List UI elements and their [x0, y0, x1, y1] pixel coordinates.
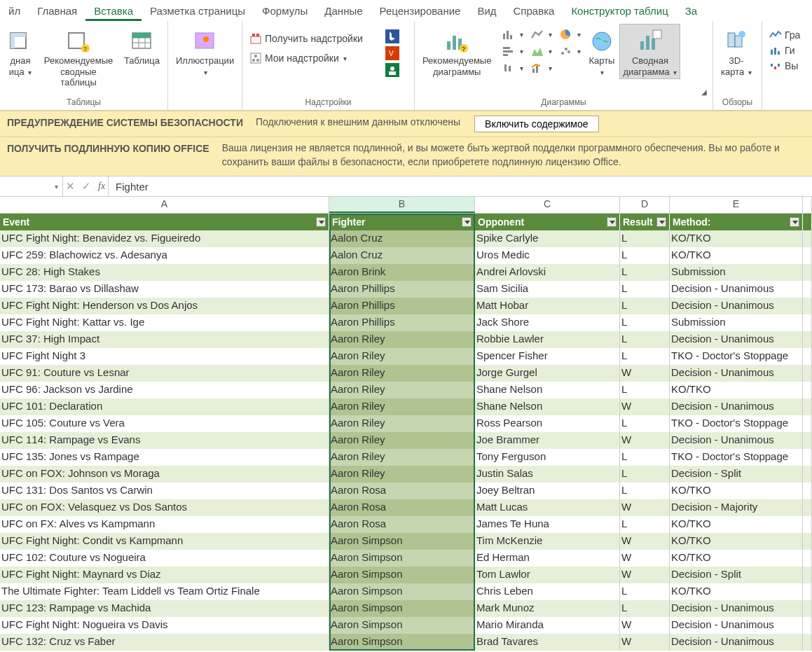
header-result[interactable]: Result [620, 214, 670, 230]
cell-event[interactable]: UFC 131: Dos Santos vs Carwin [0, 483, 329, 499]
cell-event[interactable]: UFC Fight Night 3 [0, 348, 329, 365]
bing-icon[interactable] [385, 29, 398, 42]
col-header-a[interactable]: A [0, 197, 329, 213]
cell-event[interactable]: UFC 114: Rampage vs Evans [0, 432, 329, 449]
cell-result[interactable]: L [620, 600, 670, 617]
cell-opponent[interactable]: Sam Sicilia [475, 281, 620, 298]
table-row[interactable]: UFC 105: Couture vs VeraAaron RileyRoss … [0, 415, 812, 432]
cell-method[interactable]: Decision - Split [670, 567, 803, 583]
bar-chart-button[interactable]: ▾ [499, 43, 526, 59]
cell-event[interactable]: UFC 173: Barao vs Dillashaw [0, 281, 329, 298]
cell-opponent[interactable]: James Te Huna [475, 516, 620, 533]
cell-extra[interactable] [803, 230, 812, 247]
table-row[interactable]: UFC on FOX: Velasquez vs Dos SantosAaron… [0, 499, 812, 516]
cell-fighter[interactable]: Aaron Rosa [329, 483, 475, 499]
cell-method[interactable]: KO/TKO [670, 247, 803, 264]
table-row[interactable]: UFC 101: DeclarationAaron RileyShane Nel… [0, 398, 812, 415]
cell-opponent[interactable]: Mark Munoz [475, 600, 620, 617]
filter-icon[interactable] [607, 217, 617, 227]
enable-content-button[interactable]: Включить содержимое [474, 116, 598, 132]
cell-result[interactable]: W [620, 533, 670, 550]
tab-file[interactable]: йл [0, 2, 29, 21]
table-row[interactable]: UFC 37: High ImpactAaron RileyRobbie Law… [0, 331, 812, 348]
cell-fighter[interactable]: Aaron Phillips [329, 281, 475, 298]
cell-extra[interactable] [803, 533, 812, 550]
table-row[interactable]: The Ultimate Fighter: Team Liddell vs Te… [0, 583, 812, 600]
scatter-chart-button[interactable]: ▾ [556, 43, 584, 59]
cell-opponent[interactable]: Joey Beltran [475, 483, 620, 499]
cell-extra[interactable] [803, 600, 812, 617]
cell-event[interactable]: UFC on FOX: Velasquez vs Dos Santos [0, 499, 329, 516]
sparkline-line-button[interactable]: Гра [766, 28, 803, 42]
cell-opponent[interactable]: Mario Miranda [475, 617, 620, 634]
cell-result[interactable]: L [620, 516, 670, 533]
table-row[interactable]: UFC 102: Couture vs NogueiraAaron Simpso… [0, 550, 812, 567]
cell-opponent[interactable]: Joe Brammer [475, 432, 620, 449]
table-row[interactable]: UFC Fight Night: Maynard vs DiazAaron Si… [0, 567, 812, 583]
cell-opponent[interactable]: Ross Pearson [475, 415, 620, 432]
cell-extra[interactable] [803, 247, 812, 264]
cell-opponent[interactable]: Ed Herman [475, 550, 620, 567]
cell-fighter[interactable]: Aaron Phillips [329, 314, 475, 331]
cell-fighter[interactable]: Aaron Riley [329, 449, 475, 466]
tab-tabledesign[interactable]: Конструктор таблиц [563, 2, 676, 21]
cell-method[interactable]: Decision - Majority [670, 499, 803, 516]
people-icon[interactable] [385, 63, 398, 76]
cell-result[interactable]: L [620, 415, 670, 432]
cell-method[interactable]: Submission [670, 264, 803, 281]
cell-method[interactable]: Decision - Split [670, 466, 803, 483]
pivot-chart-button[interactable]: Своднаядиаграмма ▾ [619, 24, 680, 79]
cell-result[interactable]: L [620, 331, 670, 348]
cell-fighter[interactable]: Aaron Riley [329, 466, 475, 483]
cell-event[interactable]: UFC Fight Night: Nogueira vs Davis [0, 617, 329, 634]
cell-extra[interactable] [803, 348, 812, 365]
cell-fighter[interactable]: Aaron Riley [329, 365, 475, 382]
cell-extra[interactable] [803, 281, 812, 298]
cell-fighter[interactable]: Aaron Rosa [329, 499, 475, 516]
cell-method[interactable]: Decision - Unanimous [670, 281, 803, 298]
cell-fighter[interactable]: Aaron Riley [329, 348, 475, 365]
table-row[interactable]: UFC Fight Night: Henderson vs Dos AnjosA… [0, 298, 812, 314]
table-row[interactable]: UFC 114: Rampage vs EvansAaron RileyJoe … [0, 432, 812, 449]
cell-extra[interactable] [803, 331, 812, 348]
cell-fighter[interactable]: Aaron Simpson [329, 634, 475, 651]
cell-opponent[interactable]: Chris Leben [475, 583, 620, 600]
recommended-pivot-button[interactable]: ? Рекомендуемыесводные таблицы [38, 24, 119, 90]
cell-fighter[interactable]: Aaron Simpson [329, 617, 475, 634]
table-row[interactable]: UFC 132: Cruz vs FaberAaron SimpsonBrad … [0, 634, 812, 651]
formula-input[interactable]: Fighter [109, 176, 812, 196]
cell-extra[interactable] [803, 314, 812, 331]
cell-method[interactable]: KO/TKO [670, 550, 803, 567]
cell-opponent[interactable]: Jack Shore [475, 314, 620, 331]
cell-event[interactable]: UFC Fight Night: Henderson vs Dos Anjos [0, 298, 329, 314]
cell-event[interactable]: UFC on FX: Alves vs Kampmann [0, 516, 329, 533]
cell-event[interactable]: UFC 132: Cruz vs Faber [0, 634, 329, 651]
header-event[interactable]: Event [0, 214, 329, 230]
header-extra[interactable] [803, 214, 812, 230]
cell-event[interactable]: UFC 101: Declaration [0, 398, 329, 415]
cell-event[interactable]: UFC on FOX: Johnson vs Moraga [0, 466, 329, 483]
cell-result[interactable]: W [620, 634, 670, 651]
filter-icon[interactable] [656, 217, 666, 227]
cell-extra[interactable] [803, 499, 812, 516]
cell-method[interactable]: Decision - Unanimous [670, 298, 803, 314]
cell-result[interactable]: W [620, 567, 670, 583]
cell-event[interactable]: UFC Fight Night: Maynard vs Diaz [0, 567, 329, 583]
cell-event[interactable]: UFC 259: Blachowicz vs. Adesanya [0, 247, 329, 264]
cell-extra[interactable] [803, 617, 812, 634]
cell-event[interactable]: UFC Fight Night: Benavidez vs. Figueired… [0, 230, 329, 247]
cell-fighter[interactable]: Aaron Brink [329, 264, 475, 281]
cell-method[interactable]: Decision - Unanimous [670, 398, 803, 415]
cell-result[interactable]: L [620, 230, 670, 247]
line-chart-button[interactable]: ▾ [528, 27, 555, 42]
cell-fighter[interactable]: Aaron Simpson [329, 583, 475, 600]
cell-opponent[interactable]: Tim McKenzie [475, 533, 620, 550]
cell-opponent[interactable]: Andrei Arlovski [475, 264, 620, 281]
cell-result[interactable]: L [620, 348, 670, 365]
cell-result[interactable]: L [620, 281, 670, 298]
illustrations-button[interactable]: Иллюстрации▾ [172, 24, 238, 79]
cell-opponent[interactable]: Spencer Fisher [475, 348, 620, 365]
recommended-charts-button[interactable]: ? Рекомендуемыедиаграммы [419, 24, 495, 79]
cell-result[interactable]: L [620, 247, 670, 264]
cell-fighter[interactable]: Aalon Cruz [329, 247, 475, 264]
